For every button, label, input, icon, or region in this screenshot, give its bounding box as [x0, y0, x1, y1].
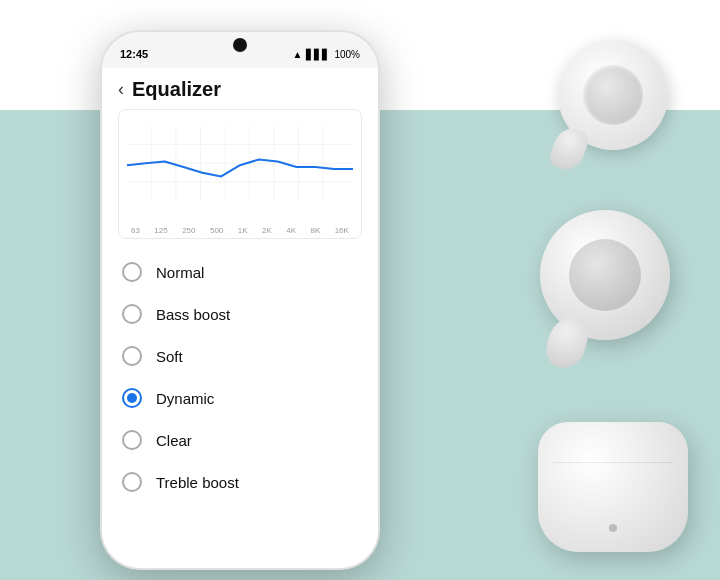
freq-8k: 8K: [310, 226, 320, 235]
case-body: [538, 422, 688, 552]
option-label-bass-boost: Bass boost: [156, 306, 230, 323]
freq-4k: 4K: [286, 226, 296, 235]
radio-soft[interactable]: [122, 346, 142, 366]
option-label-dynamic: Dynamic: [156, 390, 214, 407]
earbud-tip-mid: [542, 314, 592, 372]
freq-125: 125: [154, 226, 167, 235]
screen-header: ‹ Equalizer: [102, 68, 378, 109]
option-label-treble-boost: Treble boost: [156, 474, 239, 491]
earbud-inner-top: [583, 65, 643, 125]
radio-dynamic-fill: [127, 393, 137, 403]
earbud-top-right: [548, 40, 678, 180]
eq-freq-labels: 63 125 250 500 1K 2K 4K 8K 16K: [127, 224, 353, 235]
case-lid-line: [553, 462, 673, 463]
option-dynamic[interactable]: Dynamic: [102, 377, 378, 419]
phone-screen: ‹ Equalizer: [102, 68, 378, 568]
option-bass-boost[interactable]: Bass boost: [102, 293, 378, 335]
option-soft[interactable]: Soft: [102, 335, 378, 377]
earbud-middle-right: [540, 210, 690, 380]
freq-16k: 16K: [335, 226, 349, 235]
freq-1k: 1K: [238, 226, 248, 235]
freq-2k: 2K: [262, 226, 272, 235]
option-treble-boost[interactable]: Treble boost: [102, 461, 378, 503]
back-button[interactable]: ‹: [118, 79, 124, 100]
radio-treble-boost[interactable]: [122, 472, 142, 492]
case-led-dot: [609, 524, 617, 532]
option-clear[interactable]: Clear: [102, 419, 378, 461]
option-label-normal: Normal: [156, 264, 204, 281]
option-normal[interactable]: Normal: [102, 251, 378, 293]
freq-63: 63: [131, 226, 140, 235]
radio-clear[interactable]: [122, 430, 142, 450]
radio-bass-boost[interactable]: [122, 304, 142, 324]
wifi-icon: ▲: [293, 49, 303, 60]
option-label-soft: Soft: [156, 348, 183, 365]
earbud-case: [538, 422, 698, 562]
earbud-inner-mid: [569, 239, 641, 311]
status-time: 12:45: [120, 48, 148, 60]
page-title: Equalizer: [132, 78, 221, 101]
signal-icon: ▋▋▋: [306, 49, 330, 60]
scene: 12:45 ▲ ▋▋▋ 100% ‹ Equalizer: [0, 0, 720, 580]
status-bar: 12:45 ▲ ▋▋▋ 100%: [102, 32, 378, 68]
radio-normal[interactable]: [122, 262, 142, 282]
eq-chart: 63 125 250 500 1K 2K 4K 8K 16K: [118, 109, 362, 239]
freq-250: 250: [182, 226, 195, 235]
option-label-clear: Clear: [156, 432, 192, 449]
freq-500: 500: [210, 226, 223, 235]
phone: 12:45 ▲ ▋▋▋ 100% ‹ Equalizer: [100, 30, 380, 570]
radio-dynamic[interactable]: [122, 388, 142, 408]
eq-graph: [127, 118, 353, 218]
battery-label: 100%: [334, 49, 360, 60]
camera-notch: [233, 38, 247, 52]
status-icons: ▲ ▋▋▋ 100%: [293, 49, 360, 60]
eq-options-list: Normal Bass boost Soft Dynamic: [102, 247, 378, 507]
